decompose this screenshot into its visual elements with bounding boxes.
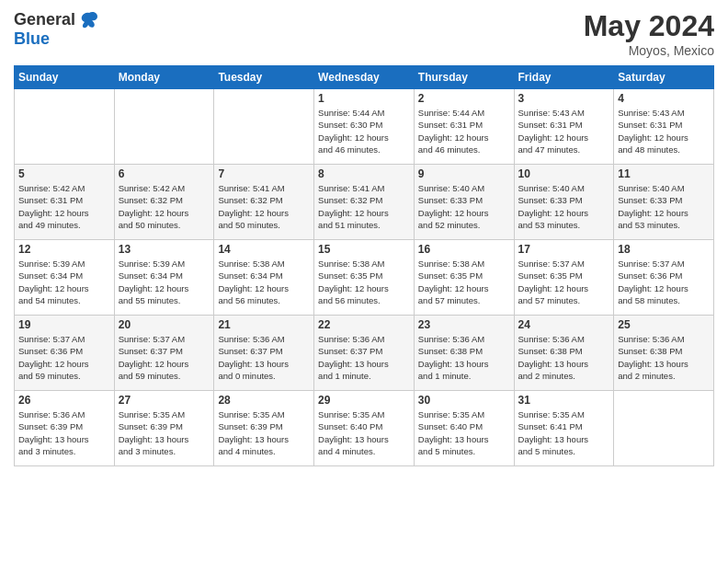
day-number: 8 bbox=[318, 167, 410, 180]
table-row bbox=[114, 89, 214, 165]
day-number: 24 bbox=[518, 318, 610, 331]
day-number: 20 bbox=[119, 318, 210, 331]
table-row: 31Sunrise: 5:35 AM Sunset: 6:41 PM Dayli… bbox=[514, 391, 614, 466]
day-info: Sunrise: 5:37 AM Sunset: 6:35 PM Dayligh… bbox=[518, 258, 610, 306]
day-number: 19 bbox=[18, 318, 110, 331]
table-row: 15Sunrise: 5:38 AM Sunset: 6:35 PM Dayli… bbox=[314, 240, 415, 316]
day-number: 26 bbox=[18, 394, 110, 407]
day-number: 22 bbox=[318, 318, 410, 331]
table-row: 2Sunrise: 5:44 AM Sunset: 6:31 PM Daylig… bbox=[414, 89, 514, 165]
title-block: May 2024 Moyos, Mexico bbox=[584, 9, 714, 58]
day-number: 2 bbox=[418, 92, 510, 105]
day-info: Sunrise: 5:38 AM Sunset: 6:35 PM Dayligh… bbox=[418, 258, 510, 306]
logo-bird-icon bbox=[79, 9, 99, 29]
day-info: Sunrise: 5:43 AM Sunset: 6:31 PM Dayligh… bbox=[618, 107, 710, 155]
day-info: Sunrise: 5:42 AM Sunset: 6:31 PM Dayligh… bbox=[18, 182, 110, 231]
logo: General Blue bbox=[14, 9, 99, 49]
day-number: 29 bbox=[318, 394, 410, 407]
th-saturday: Saturday bbox=[614, 66, 714, 89]
day-info: Sunrise: 5:44 AM Sunset: 6:30 PM Dayligh… bbox=[318, 107, 410, 155]
day-info: Sunrise: 5:37 AM Sunset: 6:36 PM Dayligh… bbox=[18, 333, 110, 382]
day-info: Sunrise: 5:41 AM Sunset: 6:32 PM Dayligh… bbox=[218, 182, 310, 231]
table-row: 20Sunrise: 5:37 AM Sunset: 6:37 PM Dayli… bbox=[114, 316, 214, 391]
day-info: Sunrise: 5:39 AM Sunset: 6:34 PM Dayligh… bbox=[119, 258, 210, 306]
day-number: 7 bbox=[218, 167, 310, 180]
th-sunday: Sunday bbox=[15, 66, 115, 89]
day-number: 15 bbox=[318, 243, 410, 256]
calendar-week-2: 5Sunrise: 5:42 AM Sunset: 6:31 PM Daylig… bbox=[15, 165, 714, 240]
day-number: 17 bbox=[518, 243, 610, 256]
day-info: Sunrise: 5:36 AM Sunset: 6:38 PM Dayligh… bbox=[618, 333, 710, 382]
table-row: 28Sunrise: 5:35 AM Sunset: 6:39 PM Dayli… bbox=[214, 391, 314, 466]
day-number: 6 bbox=[119, 167, 210, 180]
day-info: Sunrise: 5:37 AM Sunset: 6:36 PM Dayligh… bbox=[618, 258, 710, 306]
day-info: Sunrise: 5:35 AM Sunset: 6:39 PM Dayligh… bbox=[119, 408, 210, 457]
day-number: 25 bbox=[618, 318, 710, 331]
table-row: 10Sunrise: 5:40 AM Sunset: 6:33 PM Dayli… bbox=[514, 165, 614, 240]
day-number: 21 bbox=[218, 318, 310, 331]
day-number: 5 bbox=[18, 167, 110, 180]
header-row: Sunday Monday Tuesday Wednesday Thursday… bbox=[15, 66, 714, 89]
day-number: 11 bbox=[618, 167, 710, 180]
table-row: 18Sunrise: 5:37 AM Sunset: 6:36 PM Dayli… bbox=[614, 240, 714, 316]
day-number: 3 bbox=[518, 92, 610, 105]
day-number: 27 bbox=[119, 394, 210, 407]
day-info: Sunrise: 5:40 AM Sunset: 6:33 PM Dayligh… bbox=[518, 182, 610, 231]
th-wednesday: Wednesday bbox=[314, 66, 415, 89]
calendar-week-1: 1Sunrise: 5:44 AM Sunset: 6:30 PM Daylig… bbox=[15, 89, 714, 165]
day-info: Sunrise: 5:41 AM Sunset: 6:32 PM Dayligh… bbox=[318, 182, 410, 231]
day-info: Sunrise: 5:44 AM Sunset: 6:31 PM Dayligh… bbox=[418, 107, 510, 155]
table-row: 30Sunrise: 5:35 AM Sunset: 6:40 PM Dayli… bbox=[414, 391, 514, 466]
day-info: Sunrise: 5:39 AM Sunset: 6:34 PM Dayligh… bbox=[18, 258, 110, 306]
th-monday: Monday bbox=[114, 66, 214, 89]
day-number: 12 bbox=[18, 243, 110, 256]
day-info: Sunrise: 5:42 AM Sunset: 6:32 PM Dayligh… bbox=[119, 182, 210, 231]
day-info: Sunrise: 5:35 AM Sunset: 6:41 PM Dayligh… bbox=[518, 408, 610, 457]
table-row: 19Sunrise: 5:37 AM Sunset: 6:36 PM Dayli… bbox=[15, 316, 115, 391]
table-row: 23Sunrise: 5:36 AM Sunset: 6:38 PM Dayli… bbox=[414, 316, 514, 391]
day-number: 4 bbox=[618, 92, 710, 105]
table-row bbox=[614, 391, 714, 466]
day-number: 1 bbox=[318, 92, 410, 105]
header: General Blue May 2024 Moyos, Mexico bbox=[14, 9, 714, 58]
table-row: 4Sunrise: 5:43 AM Sunset: 6:31 PM Daylig… bbox=[614, 89, 714, 165]
logo-blue-text: Blue bbox=[14, 29, 50, 48]
day-number: 18 bbox=[618, 243, 710, 256]
day-info: Sunrise: 5:40 AM Sunset: 6:33 PM Dayligh… bbox=[418, 182, 510, 231]
day-number: 23 bbox=[418, 318, 510, 331]
table-row: 3Sunrise: 5:43 AM Sunset: 6:31 PM Daylig… bbox=[514, 89, 614, 165]
calendar-week-3: 12Sunrise: 5:39 AM Sunset: 6:34 PM Dayli… bbox=[15, 240, 714, 316]
day-number: 16 bbox=[418, 243, 510, 256]
table-row: 8Sunrise: 5:41 AM Sunset: 6:32 PM Daylig… bbox=[314, 165, 415, 240]
table-row: 21Sunrise: 5:36 AM Sunset: 6:37 PM Dayli… bbox=[214, 316, 314, 391]
table-row: 7Sunrise: 5:41 AM Sunset: 6:32 PM Daylig… bbox=[214, 165, 314, 240]
table-row: 24Sunrise: 5:36 AM Sunset: 6:38 PM Dayli… bbox=[514, 316, 614, 391]
day-info: Sunrise: 5:37 AM Sunset: 6:37 PM Dayligh… bbox=[119, 333, 210, 382]
location-title: Moyos, Mexico bbox=[584, 43, 714, 58]
table-row: 27Sunrise: 5:35 AM Sunset: 6:39 PM Dayli… bbox=[114, 391, 214, 466]
table-row: 6Sunrise: 5:42 AM Sunset: 6:32 PM Daylig… bbox=[114, 165, 214, 240]
day-info: Sunrise: 5:43 AM Sunset: 6:31 PM Dayligh… bbox=[518, 107, 610, 155]
logo-general-text: General bbox=[14, 10, 75, 29]
table-row: 26Sunrise: 5:36 AM Sunset: 6:39 PM Dayli… bbox=[15, 391, 115, 466]
day-info: Sunrise: 5:36 AM Sunset: 6:38 PM Dayligh… bbox=[418, 333, 510, 382]
table-row: 11Sunrise: 5:40 AM Sunset: 6:33 PM Dayli… bbox=[614, 165, 714, 240]
day-number: 13 bbox=[119, 243, 210, 256]
day-info: Sunrise: 5:40 AM Sunset: 6:33 PM Dayligh… bbox=[618, 182, 710, 231]
th-thursday: Thursday bbox=[414, 66, 514, 89]
day-info: Sunrise: 5:35 AM Sunset: 6:40 PM Dayligh… bbox=[418, 408, 510, 457]
day-info: Sunrise: 5:36 AM Sunset: 6:39 PM Dayligh… bbox=[18, 408, 110, 457]
table-row bbox=[214, 89, 314, 165]
table-row: 22Sunrise: 5:36 AM Sunset: 6:37 PM Dayli… bbox=[314, 316, 415, 391]
table-row: 9Sunrise: 5:40 AM Sunset: 6:33 PM Daylig… bbox=[414, 165, 514, 240]
day-info: Sunrise: 5:36 AM Sunset: 6:37 PM Dayligh… bbox=[318, 333, 410, 382]
day-info: Sunrise: 5:36 AM Sunset: 6:38 PM Dayligh… bbox=[518, 333, 610, 382]
table-row: 25Sunrise: 5:36 AM Sunset: 6:38 PM Dayli… bbox=[614, 316, 714, 391]
table-row: 16Sunrise: 5:38 AM Sunset: 6:35 PM Dayli… bbox=[414, 240, 514, 316]
table-row: 14Sunrise: 5:38 AM Sunset: 6:34 PM Dayli… bbox=[214, 240, 314, 316]
day-number: 14 bbox=[218, 243, 310, 256]
day-info: Sunrise: 5:35 AM Sunset: 6:39 PM Dayligh… bbox=[218, 408, 310, 457]
calendar-week-4: 19Sunrise: 5:37 AM Sunset: 6:36 PM Dayli… bbox=[15, 316, 714, 391]
table-row: 5Sunrise: 5:42 AM Sunset: 6:31 PM Daylig… bbox=[15, 165, 115, 240]
day-info: Sunrise: 5:38 AM Sunset: 6:34 PM Dayligh… bbox=[218, 258, 310, 306]
